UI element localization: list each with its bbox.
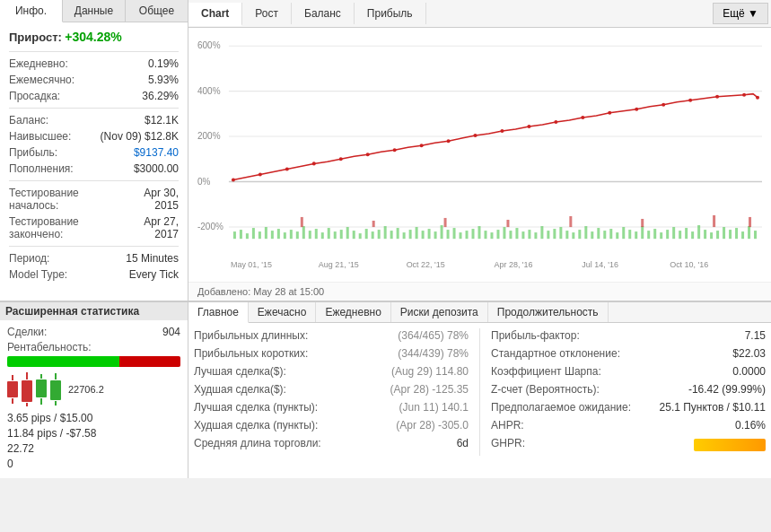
stats-col-1: Прибыльных длинных: (364/465) 78% Прибыл…: [194, 328, 469, 456]
tab-hourly[interactable]: Ежечасно: [249, 302, 317, 322]
svg-rect-36: [353, 231, 355, 239]
worst-trade-label: Худшая сделка($):: [194, 383, 286, 396]
avg-trade-length-label: Средняя длина торговли:: [194, 437, 321, 449]
svg-rect-74: [591, 231, 593, 239]
worst-pips-label: Худшая сделка (пункты):: [194, 419, 318, 432]
tab-info[interactable]: Инфо.: [0, 0, 63, 22]
tab-deposit-risk[interactable]: Риски депозита: [391, 302, 488, 322]
svg-rect-64: [528, 230, 530, 239]
svg-rect-22: [265, 227, 267, 239]
best-trade-value: (Aug 29) 114.80: [391, 365, 469, 378]
svg-point-120: [527, 125, 530, 128]
more-button[interactable]: Ещё ▼: [713, 3, 768, 24]
svg-text:Apr 28, '16: Apr 28, '16: [494, 260, 532, 269]
svg-rect-91: [697, 225, 700, 239]
test-start-value: Apr 30, 2015: [122, 187, 179, 212]
test-start-row: Тестирование началось: Apr 30, 2015: [9, 187, 179, 212]
best-trade-row: Лучшая сделка($): (Aug 29) 114.80: [194, 364, 469, 379]
ahpr-row: AHPR: 0.16%: [491, 418, 766, 432]
svg-text:0%: 0%: [197, 177, 210, 187]
expected-label: Предполагаемое ожидание:: [491, 401, 631, 414]
svg-point-110: [258, 172, 262, 176]
stat5-value: 0: [7, 458, 13, 470]
test-end-value: Apr 27, 2017: [123, 215, 179, 240]
svg-rect-79: [622, 227, 625, 239]
svg-rect-43: [397, 228, 399, 239]
tab-balance[interactable]: Баланс: [292, 3, 355, 24]
svg-rect-71: [572, 232, 574, 239]
profit-bar-green: [7, 356, 119, 367]
svg-rect-108: [749, 217, 751, 227]
avg-trade-length-value: 6d: [457, 437, 469, 449]
tab-main[interactable]: Главное: [188, 302, 249, 323]
svg-rect-21: [258, 231, 261, 239]
tab-daily[interactable]: Ежедневно: [316, 302, 390, 322]
svg-rect-42: [390, 231, 393, 239]
stat4-value: 22.72: [7, 442, 34, 455]
svg-rect-55: [472, 229, 475, 239]
profitability-row: Рентабельность:: [7, 341, 180, 353]
svg-rect-30: [315, 229, 318, 239]
svg-point-114: [366, 153, 370, 156]
trades-row: Сделки: 904: [7, 326, 180, 338]
tab-general[interactable]: Общее: [126, 0, 188, 22]
svg-rect-62: [515, 228, 518, 239]
tab-growth[interactable]: Рост: [242, 3, 292, 24]
ahpr-label: AHPR:: [491, 419, 524, 432]
svg-rect-59: [496, 230, 499, 239]
svg-rect-90: [691, 231, 694, 239]
tab-chart[interactable]: Chart: [188, 3, 242, 26]
balance-label: Баланс:: [9, 114, 48, 126]
svg-rect-52: [453, 228, 456, 239]
chart-svg: 600% 400% 200% 0% -200%: [193, 32, 767, 277]
tab-data[interactable]: Данные: [63, 0, 126, 22]
tab-profit[interactable]: Прибыль: [355, 3, 426, 24]
daily-value: 0.19%: [148, 57, 179, 70]
svg-rect-48: [428, 229, 431, 239]
svg-rect-85: [660, 232, 662, 239]
svg-rect-23: [271, 231, 274, 239]
expected-row: Предполагаемое ожидание: 25.1 Пунктов / …: [491, 400, 766, 414]
left-panel-content: Прирост: +304.28% Ежедневно: 0.19% Ежеме…: [0, 22, 188, 292]
svg-rect-50: [441, 225, 443, 239]
svg-point-129: [756, 96, 759, 100]
svg-rect-83: [647, 231, 650, 239]
svg-rect-49: [434, 231, 437, 239]
svg-rect-17: [233, 231, 236, 239]
period-label: Период:: [9, 252, 49, 265]
sharpe-label: Коэффициент Шарпа:: [491, 365, 601, 378]
deposits-row: Пополнения: $3000.00: [9, 162, 179, 175]
left-panel: Инфо. Данные Общее Прирост: +304.28% Еже…: [0, 0, 188, 301]
svg-rect-80: [628, 230, 631, 239]
svg-rect-28: [302, 226, 305, 239]
stat5-row: 0: [7, 458, 180, 470]
svg-rect-58: [490, 232, 493, 239]
zscore-value: -16.42 (99.99%): [688, 383, 766, 396]
tab-duration[interactable]: Продолжительность: [488, 302, 609, 322]
chart-tabs: Chart Рост Баланс Прибыль Ещё ▼: [188, 0, 771, 28]
svg-rect-63: [521, 231, 524, 239]
std-dev-row: Стандартное отклонение: $22.03: [491, 346, 766, 361]
svg-rect-47: [422, 231, 425, 239]
model-type-row: Model Type: Every Tick: [9, 268, 179, 281]
svg-rect-56: [478, 226, 481, 239]
svg-rect-70: [565, 231, 568, 239]
svg-rect-53: [460, 232, 462, 239]
svg-point-115: [393, 148, 397, 152]
svg-rect-96: [729, 230, 732, 239]
svg-point-121: [554, 120, 557, 124]
svg-point-127: [715, 95, 719, 99]
svg-rect-72: [578, 230, 581, 239]
svg-rect-40: [378, 230, 381, 239]
svg-rect-105: [569, 216, 572, 227]
svg-rect-75: [597, 228, 600, 239]
ghpr-value: [694, 437, 766, 451]
svg-rect-65: [534, 232, 537, 239]
chart-panel: Chart Рост Баланс Прибыль Ещё ▼ 600% 400…: [188, 0, 771, 301]
sharpe-row: Коэффициент Шарпа: 0.0000: [491, 364, 766, 379]
svg-point-116: [420, 144, 424, 147]
profit-label: Прибыль:: [9, 146, 57, 159]
svg-rect-104: [506, 220, 509, 227]
svg-text:200%: 200%: [197, 131, 221, 141]
svg-rect-107: [713, 215, 715, 227]
